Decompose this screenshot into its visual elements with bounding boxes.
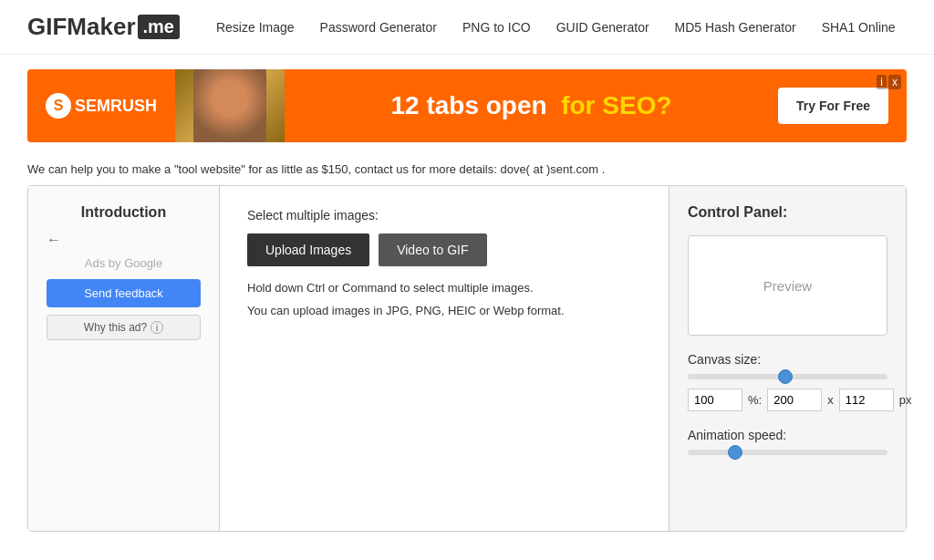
center-panel: Select multiple images: Upload Images Vi… [220,186,669,531]
nav-png-to-ico[interactable]: PNG to ICO [462,20,531,35]
ctrl-hint: Hold down Ctrl or Command to select mult… [247,281,641,295]
logo: GIFMaker.me [27,13,180,41]
animation-speed-label: Animation speed: [688,428,887,442]
size-width-input[interactable] [767,389,822,411]
ad-person-image [193,69,266,142]
animation-speed-slider-thumb[interactable] [728,445,742,460]
ad-image [175,69,285,142]
sidebar-title: Introduction [47,204,201,221]
nav-resize-image[interactable]: Resize Image [216,20,295,35]
select-images-label: Select multiple images: [247,208,641,223]
ad-headline-colored: for SEO? [561,91,671,119]
video-to-gif-button[interactable]: Video to GIF [379,233,486,266]
main-nav: Resize Image Password Generator PNG to I… [216,20,896,35]
preview-label: Preview [763,278,812,294]
logo-me: .me [138,15,180,39]
ad-headline-plain: 12 tabs open [390,91,546,119]
sidebar: Introduction ← Ads by Google Send feedba… [28,186,220,531]
ad-banner: i x S SEMRUSH 12 tabs open for SEO? Try … [27,69,907,142]
ad-info-icon[interactable]: i [877,75,887,89]
size-percent-input[interactable] [688,389,742,411]
ads-by-google: Ads by Google [47,255,201,272]
format-hint: You can upload images in JPG, PNG, HEIC … [247,304,641,317]
percent-label: %: [748,393,762,407]
size-inputs: %: x px [688,389,887,411]
why-this-ad-label: Why this ad? [84,321,147,334]
control-panel-title: Control Panel: [688,204,887,221]
upload-images-button[interactable]: Upload Images [247,233,369,266]
nav-md5-hash[interactable]: MD5 Hash Generator [675,20,796,35]
ad-try-button[interactable]: Try For Free [778,88,888,124]
size-separator: x [827,393,834,407]
ad-close-buttons: i x [877,75,901,89]
semrush-icon: S [46,93,71,119]
size-height-input[interactable] [839,389,894,411]
why-this-ad-button[interactable]: Why this ad? i [47,315,201,340]
why-info-icon: i [150,321,163,334]
canvas-size-label: Canvas size: [688,352,887,367]
logo-gif: GIF [27,13,67,41]
preview-box: Preview [688,235,887,336]
semrush-text: SEMRUSH [75,97,157,116]
canvas-size-slider-thumb[interactable] [778,369,793,384]
animation-speed-slider-track[interactable] [688,450,887,455]
ad-semrush-logo: S SEMRUSH [27,93,175,119]
main-content: Introduction ← Ads by Google Send feedba… [27,185,907,532]
sidebar-back-arrow[interactable]: ← [47,232,201,248]
promo-text: We can help you to make a "tool website"… [0,157,934,185]
ad-close-icon[interactable]: x [888,75,901,89]
action-buttons: Upload Images Video to GIF [247,233,641,266]
nav-password-generator[interactable]: Password Generator [320,20,437,35]
ad-headline: 12 tabs open for SEO? [390,91,671,120]
nav-sha1-online[interactable]: SHA1 Online [822,20,896,35]
canvas-size-slider-track[interactable] [688,374,887,379]
px-label: px [899,393,912,407]
ad-text: 12 tabs open for SEO? [285,91,778,120]
logo-maker: Maker [67,13,135,41]
control-panel: Control Panel: Preview Canvas size: %: x… [669,186,906,531]
nav-guid-generator[interactable]: GUID Generator [556,20,649,35]
header: GIFMaker.me Resize Image Password Genera… [0,0,934,55]
send-feedback-button[interactable]: Send feedback [47,279,201,307]
